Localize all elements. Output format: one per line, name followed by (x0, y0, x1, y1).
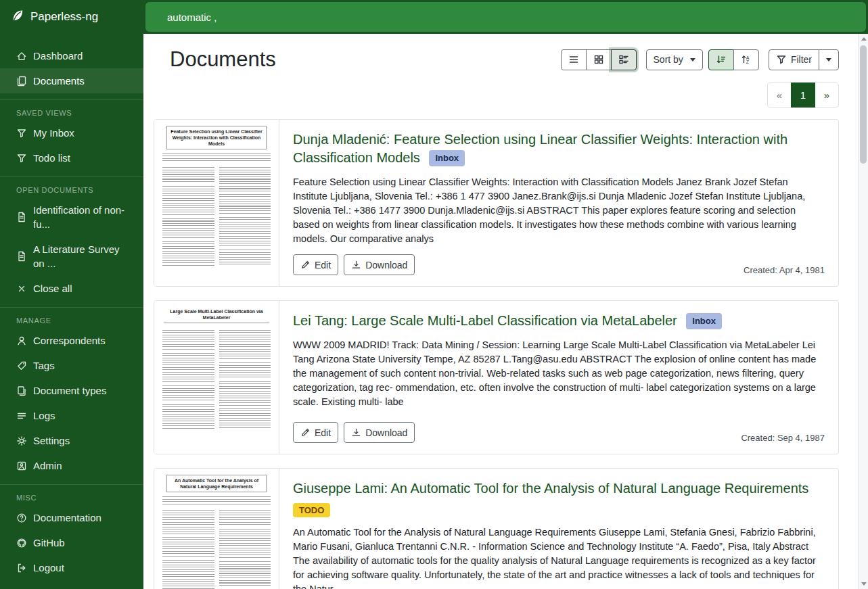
card-actions: Edit Download (293, 254, 415, 275)
pagination: « 1 » (767, 83, 839, 108)
sidebar-item-label: GitHub (33, 536, 65, 550)
sidebar-item-label: Admin (33, 458, 62, 473)
sidebar-item-correspondents[interactable]: Correspondents (0, 328, 143, 353)
sort-controls: Sort by AZ (646, 49, 759, 70)
thumbnail-heading-box: Feature Selection using Linear Classifie… (166, 126, 267, 149)
sort-amount-down-icon (716, 54, 727, 65)
documents-icon (16, 76, 27, 87)
section-title-saved-views: SAVED VIEWS (0, 106, 143, 120)
sidebar-item-todo-list[interactable]: Todo list (0, 145, 143, 170)
sidebar-item-documents[interactable]: Documents (0, 68, 143, 93)
leaf-logo-icon (11, 9, 24, 26)
sidebar-item-github[interactable]: GitHub (0, 530, 143, 555)
view-list-button[interactable] (561, 49, 587, 70)
scrollbar-up-arrow[interactable] (859, 34, 868, 44)
document-title: Giuseppe Lami: An Automatic Tool for the… (293, 479, 825, 498)
sidebar-item-label: Document types (33, 383, 106, 398)
sidebar-section-manage: MANAGE Correspondents Tags Document type… (0, 307, 143, 478)
pagination-page-1[interactable]: 1 (791, 83, 815, 108)
app-brand[interactable]: Paperless-ng (0, 0, 143, 34)
tag-badge-inbox[interactable]: Inbox (429, 150, 465, 166)
sidebar-item-my-inbox[interactable]: My Inbox (0, 120, 143, 145)
sidebar-item-label: Todo list (33, 151, 70, 165)
filter-button[interactable]: Filter (769, 49, 819, 70)
sidebar-item-logs[interactable]: Logs (0, 403, 143, 428)
sidebar-item-label: A Literature Survey on ... (33, 242, 133, 270)
sidebar-item-document-types[interactable]: Document types (0, 378, 143, 403)
thumbnail-text-lines (162, 154, 271, 162)
sidebar-item-documentation[interactable]: Documentation (0, 505, 143, 530)
view-toggle-group (561, 49, 637, 70)
document-card: Large Scale Multi-Label Classification v… (154, 300, 839, 454)
view-grid-button[interactable] (586, 49, 612, 70)
card-footer: Edit Download Created: Apr 4, 1981 (293, 246, 825, 275)
search-input[interactable] (145, 2, 866, 32)
sidebar-item-settings[interactable]: Settings (0, 428, 143, 453)
view-details-button[interactable] (611, 49, 637, 70)
scrollbar-down-arrow[interactable] (859, 579, 868, 589)
download-button[interactable]: Download (344, 422, 415, 443)
filter-dropdown-toggle[interactable] (819, 49, 839, 70)
document-list: Feature Selection using Linear Classifie… (154, 119, 839, 589)
document-title: Dunja Mladenić: Feature Selection using … (293, 131, 825, 167)
close-icon (16, 283, 27, 294)
document-title-link[interactable]: Lei Tang: Large Scale Multi-Label Classi… (293, 313, 677, 328)
download-icon (351, 427, 361, 438)
header-controls: Sort by AZ Filter (561, 49, 839, 70)
thumbnail-divider (164, 323, 269, 323)
sidebar-item-label: Documentation (33, 511, 101, 525)
sidebar-item-label: Settings (33, 433, 70, 448)
pagination-next[interactable]: » (815, 83, 839, 108)
edit-button[interactable]: Edit (293, 254, 338, 275)
pencil-icon (300, 260, 311, 270)
document-thumbnail[interactable]: An Automatic Tool for the Analysis of Na… (154, 469, 279, 589)
sort-alphabetical-button[interactable]: AZ (733, 49, 759, 70)
sidebar-item-dashboard[interactable]: Dashboard (0, 43, 143, 68)
sidebar-item-label: Dashboard (33, 49, 83, 63)
scrollbar[interactable] (858, 34, 868, 589)
sidebar-item-tags[interactable]: Tags (0, 353, 143, 378)
file-text-icon (16, 212, 27, 222)
sidebar-item-logout[interactable]: Logout (0, 555, 143, 580)
download-button[interactable]: Download (344, 254, 415, 275)
sort-descending-button[interactable] (708, 49, 734, 70)
document-title-link[interactable]: Dunja Mladenić: Feature Selection using … (293, 132, 787, 165)
tag-badge-todo[interactable]: TODO (293, 503, 330, 517)
edit-button[interactable]: Edit (293, 422, 338, 443)
tag-icon (16, 360, 27, 371)
sidebar-item-label: Logs (33, 408, 55, 423)
document-thumbnail[interactable]: Feature Selection using Linear Classifie… (154, 120, 279, 286)
thumbnail-title: Large Scale Multi-Label Classification v… (166, 308, 267, 321)
section-title-manage: MANAGE (0, 314, 143, 328)
download-icon (351, 260, 361, 270)
sidebar-item-open-doc-1[interactable]: Identification of non-fu... (0, 197, 143, 237)
view-details-icon (618, 54, 629, 65)
thumbnail-title: Feature Selection using Linear Classifie… (170, 128, 263, 147)
pencil-icon (300, 427, 311, 438)
document-title: Lei Tang: Large Scale Multi-Label Classi… (293, 312, 825, 330)
github-icon (16, 538, 27, 548)
pagination-previous[interactable]: « (767, 83, 792, 108)
document-card-body: Lei Tang: Large Scale Multi-Label Classi… (279, 301, 838, 454)
document-thumbnail[interactable]: Large Scale Multi-Label Classification v… (154, 301, 279, 454)
sort-direction-group: AZ (708, 49, 759, 70)
sidebar-section-saved-views: SAVED VIEWS My Inbox Todo list (0, 99, 143, 170)
document-title-link[interactable]: Giuseppe Lami: An Automatic Tool for the… (293, 481, 808, 496)
document-card: An Automatic Tool for the Analysis of Na… (154, 468, 839, 589)
sidebar-item-open-doc-2[interactable]: A Literature Survey on ... (0, 237, 143, 276)
filter-group: Filter (769, 49, 839, 70)
page-header: Documents Sort by (154, 47, 839, 72)
sort-by-dropdown[interactable]: Sort by (646, 49, 703, 70)
scrollbar-thumb[interactable] (860, 45, 867, 164)
tag-badge-inbox[interactable]: Inbox (686, 313, 722, 329)
logs-list-icon (16, 410, 27, 421)
sidebar-item-label: Correspondents (33, 333, 106, 348)
view-list-icon (568, 54, 579, 65)
edit-button-label: Edit (315, 427, 331, 438)
sidebar-item-admin[interactable]: Admin (0, 453, 143, 478)
view-grid-icon (593, 54, 604, 65)
sidebar-item-close-all[interactable]: Close all (0, 276, 143, 301)
document-types-icon (16, 385, 27, 396)
sort-alpha-icon: AZ (741, 54, 752, 65)
document-snippet: Feature Selection using Linear Classifie… (293, 175, 825, 246)
